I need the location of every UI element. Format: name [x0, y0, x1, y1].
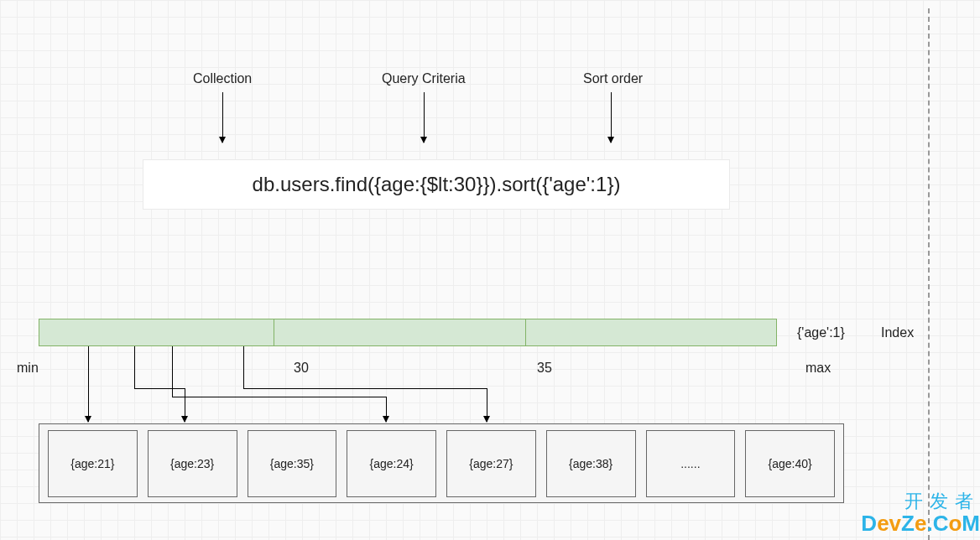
index-segment-1	[39, 319, 274, 345]
watermark: 开发者 DevZe.CoM	[861, 491, 980, 536]
doc-item: {age:24}	[347, 430, 436, 497]
label-min: min	[17, 361, 39, 376]
doc-item: {age:38}	[546, 430, 636, 497]
arrow-collection	[222, 92, 223, 143]
doc-item: ......	[646, 430, 736, 497]
watermark-top: 开发者	[861, 491, 980, 511]
connector-2a	[134, 346, 135, 388]
label-sort: Sort order	[583, 71, 643, 86]
arrow-sort	[611, 92, 612, 143]
arrow-criteria	[424, 92, 425, 143]
doc-item: {age:21}	[48, 430, 138, 497]
index-bar	[39, 319, 777, 346]
connector-4b	[243, 388, 487, 389]
label-criteria: Query Criteria	[382, 71, 466, 86]
label-mid1: 30	[294, 361, 309, 376]
label-collection: Collection	[193, 71, 252, 86]
label-mid2: 35	[537, 361, 552, 376]
label-index-key: {'age':1}	[797, 325, 845, 340]
query-text-box: db.users.find({age:{$lt:30}}).sort({'age…	[143, 159, 730, 210]
index-segment-3	[526, 319, 776, 345]
doc-item: {age:27}	[446, 430, 536, 497]
connector-3c	[386, 397, 387, 422]
connector-4c	[487, 388, 487, 422]
connector-2b	[134, 388, 185, 389]
connector-4a	[243, 346, 244, 388]
doc-item: {age:40}	[745, 430, 835, 497]
query-text: db.users.find({age:{$lt:30}}).sort({'age…	[253, 173, 621, 196]
label-index: Index	[881, 325, 914, 340]
connector-3a	[172, 346, 173, 397]
index-segment-2	[274, 319, 526, 345]
doc-item: {age:35}	[248, 430, 337, 497]
doc-item: {age:23}	[148, 430, 237, 497]
connector-2c	[185, 388, 185, 422]
label-max: max	[805, 361, 831, 376]
connector-3b	[172, 397, 386, 397]
connector-1	[88, 346, 89, 422]
watermark-bottom: DevZe.CoM	[861, 511, 980, 536]
documents-strip: {age:21} {age:23} {age:35} {age:24} {age…	[39, 423, 844, 503]
